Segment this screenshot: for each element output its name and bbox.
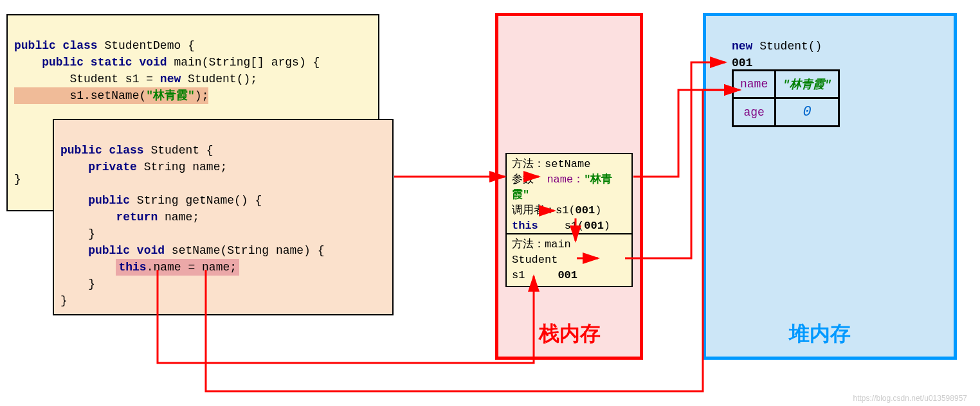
- watermark: https://blog.csdn.net/u013598957: [853, 394, 967, 403]
- stack-frame-setname: 方法：setName 参数 name："林青霞" 调用者：s1(001) thi…: [505, 153, 633, 238]
- heap-label: 堆内存: [789, 320, 851, 348]
- code-student: public class Student { private String na…: [53, 119, 394, 315]
- heap-new-expr: new Student(): [732, 40, 822, 53]
- heap-object-table: name"林青霞" age0: [732, 69, 840, 127]
- stack-label: 栈内存: [539, 320, 601, 348]
- stack-frame-main: 方法：main Student s1 001: [505, 233, 633, 287]
- heap-addr: 001: [732, 57, 752, 69]
